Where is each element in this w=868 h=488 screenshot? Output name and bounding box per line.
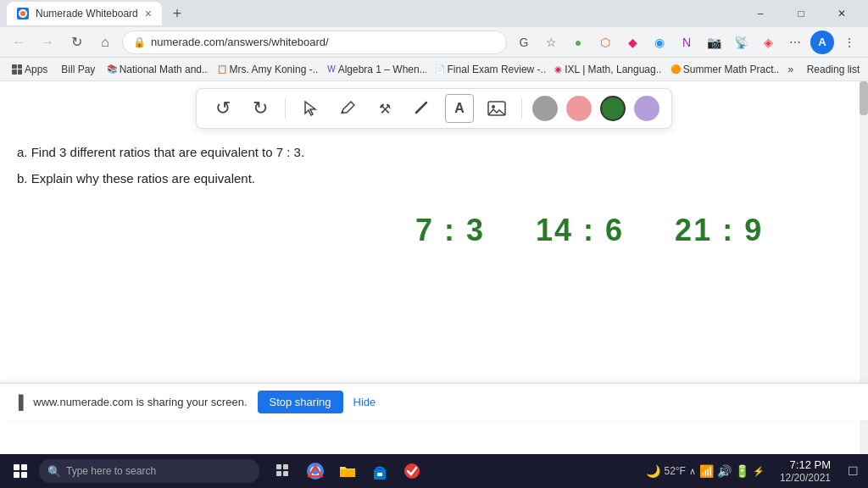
menu-icon[interactable]: ⋮	[837, 30, 861, 54]
bookmark-ixl[interactable]: ◉ IXL | Math, Languag...	[549, 62, 662, 77]
color-pink[interactable]	[566, 96, 592, 121]
bookmark-more[interactable]: »	[782, 62, 798, 77]
bookmark-finalexam[interactable]: 📄 Final Exam Review -...	[430, 62, 547, 77]
screen-share-bar: ▐ www.numerade.com is sharing your scree…	[0, 383, 868, 420]
address-bar: ← → ↻ ⌂ 🔒 numerade.com/answers/whiteboar…	[0, 27, 868, 58]
minimize-button[interactable]: –	[741, 0, 780, 27]
search-icon: 🔍	[47, 465, 61, 478]
svg-rect-6	[276, 464, 281, 469]
tab-close-button[interactable]: ×	[145, 7, 152, 20]
ext7-icon[interactable]: ◈	[756, 30, 780, 54]
ext2-icon[interactable]: ⬡	[593, 30, 617, 54]
maximize-button[interactable]: □	[782, 0, 821, 27]
ratio-3: 21 : 9	[675, 213, 763, 248]
volume-icon[interactable]: 🔊	[717, 464, 732, 478]
ratio-1: 7 : 3	[415, 213, 485, 248]
profile-icon[interactable]: A	[810, 30, 834, 54]
start-button[interactable]	[3, 454, 37, 488]
question-line-a: a. Find 3 different ratios that are equi…	[17, 141, 304, 164]
ext3-icon[interactable]: ◆	[620, 30, 644, 54]
system-tray-icons: 🌙 52°F ∧ 📶 🔊 🔋 ⚡	[641, 464, 769, 478]
text-tool-button[interactable]: A	[445, 94, 474, 123]
ext1-icon[interactable]: ●	[566, 30, 590, 54]
image-tool-button[interactable]	[482, 94, 511, 123]
ext6-icon[interactable]: 📷	[702, 30, 726, 54]
svg-marker-2	[305, 102, 315, 115]
taskbar-search[interactable]: 🔍 Type here to search	[39, 459, 259, 483]
browser-frame: Numerade Whiteboard × + – □ ✕ ← → ↻ ⌂ 🔒 …	[0, 0, 868, 488]
svg-rect-9	[283, 471, 288, 476]
bookmark-nationalmath[interactable]: 📚 National Math and...	[102, 62, 209, 77]
store-taskbar-icon[interactable]	[364, 454, 395, 488]
bookmark-summermath[interactable]: 🟠 Summer Math Pract...	[665, 62, 780, 77]
undo-button[interactable]: ↺	[209, 94, 237, 123]
share-indicator-icon: ▐	[14, 395, 23, 410]
bookmark-mrsamy-label: Mrs. Amy Koning -...	[230, 64, 320, 75]
stop-sharing-button[interactable]: Stop sharing	[258, 391, 343, 413]
bookmark-algebra[interactable]: W Algebra 1 – When...	[322, 62, 426, 77]
star-icon[interactable]: ☆	[539, 30, 563, 54]
taskbar-right: 🌙 52°F ∧ 📶 🔊 🔋 ⚡ 7:12 PM 12/20/2021 ☐	[641, 454, 865, 488]
select-tool-button[interactable]	[296, 94, 325, 123]
forward-button[interactable]: →	[36, 30, 59, 54]
browser-toolbar-icons: G ☆ ● ⬡ ◆ ◉ N 📷 📡 ◈ ⋯ A ⋮	[512, 30, 861, 54]
url-text: numerade.com/answers/whiteboard/	[151, 36, 496, 48]
chevron-up-icon[interactable]: ∧	[689, 466, 696, 477]
ext5-icon[interactable]: N	[675, 30, 698, 54]
url-bar[interactable]: 🔒 numerade.com/answers/whiteboard/	[122, 30, 507, 54]
bookmark-ixl-label: IXL | Math, Languag...	[565, 64, 662, 75]
battery-icon[interactable]: 🔋	[735, 464, 749, 478]
color-green[interactable]	[600, 96, 626, 121]
color-lavender[interactable]	[634, 96, 659, 121]
whiteboard-toolbar: ↺ ↻ ⚒ A	[196, 88, 672, 129]
ratio-drawings: 7 : 3 14 : 6 21 : 9	[415, 213, 763, 248]
bookmark-finalexam-label: Final Exam Review -...	[448, 64, 547, 75]
svg-rect-15	[377, 473, 382, 476]
bookmark-billpay[interactable]: Bill Pay	[56, 62, 97, 77]
svg-rect-8	[276, 471, 281, 476]
taskbar-icons	[268, 454, 427, 488]
chrome-taskbar-icon[interactable]	[300, 454, 331, 488]
svg-point-5	[492, 105, 495, 108]
eraser-button[interactable]	[408, 94, 437, 123]
refresh-button[interactable]: ↻	[64, 30, 88, 54]
charging-icon: ⚡	[753, 466, 765, 477]
svg-rect-13	[340, 469, 355, 477]
pencil-tool-button[interactable]	[333, 94, 362, 123]
svg-rect-7	[283, 464, 288, 469]
title-bar: Numerade Whiteboard × + – □ ✕	[0, 0, 868, 27]
clock-date: 12/20/2021	[780, 472, 831, 484]
browser-tab[interactable]: Numerade Whiteboard ×	[7, 2, 162, 25]
tab-title: Numerade Whiteboard	[36, 8, 138, 19]
hide-button[interactable]: Hide	[353, 396, 376, 408]
divider2	[521, 98, 522, 119]
reading-list-label: Reading list	[807, 64, 860, 75]
cast-icon[interactable]: 📡	[729, 30, 753, 54]
apps-bookmark[interactable]: Apps	[7, 62, 53, 77]
screen-share-message: www.numerade.com is sharing your screen.	[33, 396, 247, 408]
back-button[interactable]: ←	[7, 30, 31, 54]
file-explorer-taskbar-icon[interactable]	[332, 454, 363, 488]
task-view-button[interactable]	[268, 454, 298, 488]
tools-button[interactable]: ⚒	[370, 94, 399, 123]
system-clock[interactable]: 7:12 PM 12/20/2021	[773, 458, 837, 485]
taskbar: 🔍 Type here to search 🌙	[0, 454, 868, 488]
network-icon[interactable]: 📶	[699, 464, 714, 478]
extensions-icon[interactable]: ⋯	[783, 30, 807, 54]
new-tab-button[interactable]: +	[165, 2, 189, 25]
notification-button[interactable]: ☐	[841, 454, 865, 488]
svg-line-3	[416, 103, 426, 113]
question-line-b: b. Explain why these ratios are equivale…	[17, 167, 304, 190]
translate-icon[interactable]: G	[512, 30, 536, 54]
temperature-display: 52°F	[664, 465, 685, 477]
scrollbar-thumb[interactable]	[860, 81, 868, 115]
color-gray[interactable]	[532, 96, 558, 121]
windows-logo-icon	[14, 464, 27, 478]
reading-list-button[interactable]: Reading list	[802, 62, 861, 77]
redo-button[interactable]: ↻	[246, 94, 275, 123]
home-button[interactable]: ⌂	[93, 30, 117, 54]
ext4-icon[interactable]: ◉	[648, 30, 671, 54]
bookmark-mrsamy[interactable]: 📋 Mrs. Amy Koning -...	[212, 62, 320, 77]
app5-taskbar-icon[interactable]	[397, 454, 427, 488]
close-button[interactable]: ✕	[822, 0, 861, 27]
